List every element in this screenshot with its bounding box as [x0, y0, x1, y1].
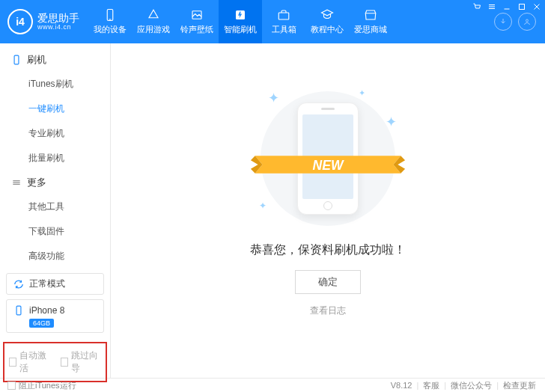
- more-icon: [10, 177, 22, 189]
- footer-support[interactable]: 客服: [423, 380, 439, 391]
- sidebar-item-pro-flash[interactable]: 专业刷机: [0, 121, 110, 146]
- mode-selector[interactable]: 正常模式: [6, 273, 104, 295]
- sidebar-item-batch-flash[interactable]: 批量刷机: [0, 146, 110, 171]
- success-message: 恭喜您，保资料刷机成功啦！: [250, 242, 406, 258]
- svg-text:NEW: NEW: [313, 158, 344, 173]
- sidebar-group-flash: 刷机: [0, 48, 110, 72]
- nav-toolbox[interactable]: 工具箱: [262, 0, 305, 43]
- skip-wizard-checkbox[interactable]: 跳过向导: [61, 349, 102, 375]
- footer-update[interactable]: 检查更新: [503, 380, 536, 391]
- sidebar-item-onekey-flash[interactable]: 一键刷机: [0, 97, 110, 121]
- store-icon: [363, 8, 378, 22]
- wallpaper-icon: [189, 8, 204, 22]
- nav-my-device[interactable]: 我的设备: [88, 0, 132, 43]
- minimize-icon[interactable]: [502, 1, 512, 12]
- close-icon[interactable]: [532, 1, 542, 12]
- nav-store[interactable]: 爱思商城: [349, 0, 392, 43]
- logo-badge: i4: [7, 9, 33, 34]
- svg-rect-13: [14, 55, 19, 64]
- success-illustration: ✦ ✦ ✦ ✦ NEW: [246, 84, 410, 233]
- sidebar-group-more: 更多: [0, 171, 110, 195]
- app-name: 爱思助手: [37, 13, 79, 24]
- device-icon: [103, 8, 118, 22]
- svg-point-5: [526, 19, 529, 22]
- tutorial-icon: [320, 8, 335, 22]
- svg-rect-4: [278, 13, 289, 19]
- user-button[interactable]: [518, 13, 536, 31]
- menu-icon[interactable]: [487, 1, 497, 12]
- nav-apps[interactable]: 应用游戏: [132, 0, 175, 43]
- download-button[interactable]: [494, 13, 512, 31]
- flash-icon: [233, 8, 248, 22]
- app-logo: i4 爱思助手 www.i4.cn: [0, 0, 88, 43]
- sidebar-item-download-firmware[interactable]: 下载固件: [0, 219, 110, 244]
- svg-rect-17: [16, 306, 21, 315]
- version-label: V8.12: [391, 381, 412, 390]
- cart-icon[interactable]: [472, 1, 482, 12]
- options-highlight-box: 自动激活 跳过向导: [3, 342, 107, 382]
- svg-rect-0: [107, 10, 113, 21]
- auto-activate-checkbox[interactable]: 自动激活: [9, 349, 50, 375]
- footer-wechat[interactable]: 微信公众号: [451, 380, 492, 391]
- maximize-icon[interactable]: [517, 1, 527, 12]
- phone-small-icon: [13, 304, 25, 316]
- app-url: www.i4.cn: [37, 24, 79, 31]
- block-itunes-checkbox[interactable]: 阻止iTunes运行: [0, 380, 76, 391]
- toolbox-icon: [276, 8, 291, 22]
- svg-rect-10: [520, 4, 525, 10]
- device-info[interactable]: iPhone 8 64GB: [6, 299, 104, 333]
- sidebar-item-advanced[interactable]: 高级功能: [0, 244, 110, 269]
- storage-badge: 64GB: [29, 319, 54, 328]
- nav-tutorial[interactable]: 教程中心: [305, 0, 349, 43]
- phone-icon: [10, 54, 22, 66]
- apps-icon: [146, 8, 161, 22]
- sidebar-item-other-tools[interactable]: 其他工具: [0, 195, 110, 219]
- view-log-link[interactable]: 查看日志: [310, 304, 346, 317]
- refresh-icon: [13, 278, 25, 290]
- nav-flash[interactable]: 智能刷机: [219, 0, 262, 43]
- nav-wallpaper[interactable]: 铃声壁纸: [175, 0, 219, 43]
- confirm-button[interactable]: 确定: [295, 270, 361, 294]
- sidebar-item-itunes-flash[interactable]: iTunes刷机: [0, 72, 110, 97]
- top-nav: 我的设备 应用游戏 铃声壁纸 智能刷机 工具箱 教程中心 爱思商城: [88, 0, 485, 43]
- new-ribbon: NEW: [248, 150, 408, 180]
